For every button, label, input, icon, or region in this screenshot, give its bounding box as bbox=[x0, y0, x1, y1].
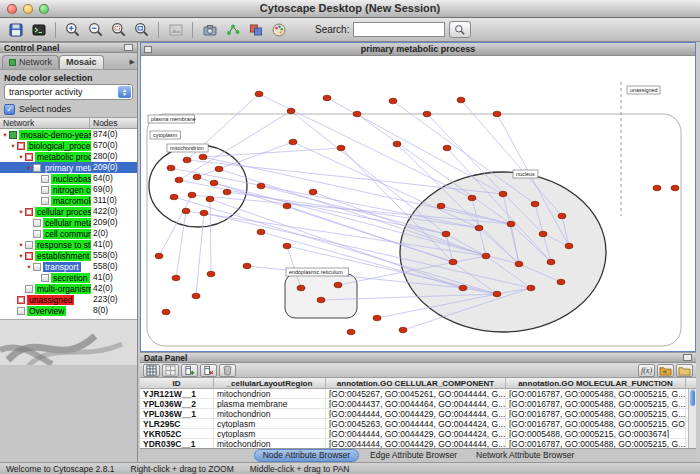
network-node[interactable] bbox=[223, 189, 231, 195]
tree-expander-icon[interactable]: ▼ bbox=[17, 154, 25, 160]
network-node[interactable] bbox=[199, 154, 207, 160]
network-node[interactable] bbox=[442, 231, 450, 237]
network-node[interactable] bbox=[210, 180, 218, 186]
network-view-titlebar[interactable]: primary metabolic process bbox=[141, 43, 695, 56]
vizmapper-button[interactable] bbox=[268, 20, 289, 40]
tab-network-attribute-browser[interactable]: Network Attribute Browser bbox=[468, 450, 582, 461]
close-window-button[interactable] bbox=[7, 4, 17, 14]
delete-attribute-button[interactable] bbox=[200, 364, 217, 377]
network-node[interactable] bbox=[334, 282, 342, 288]
search-options-button[interactable] bbox=[449, 21, 471, 38]
network-node[interactable] bbox=[167, 165, 175, 171]
tree-row[interactable]: ▼biological_process670(0) bbox=[0, 140, 137, 151]
tree-row[interactable]: macromolecule metaboli311(0) bbox=[0, 195, 137, 206]
function-builder-button[interactable]: f(x) bbox=[638, 364, 655, 377]
network-node[interactable] bbox=[297, 285, 305, 291]
network-node[interactable] bbox=[215, 166, 223, 172]
network-node[interactable] bbox=[449, 259, 457, 265]
zoom-in-button[interactable] bbox=[62, 20, 83, 40]
view-menu-icon[interactable] bbox=[144, 46, 152, 53]
tree-expander-icon[interactable]: ▼ bbox=[17, 253, 25, 259]
network-node[interactable] bbox=[499, 191, 507, 197]
network-node[interactable] bbox=[283, 203, 291, 209]
network-node[interactable] bbox=[207, 271, 215, 277]
zoom-window-button[interactable] bbox=[39, 4, 49, 14]
tree-row[interactable]: nitrogen compound meta69(0) bbox=[0, 184, 137, 195]
network-node[interactable] bbox=[531, 201, 539, 207]
tab-edge-attribute-browser[interactable]: Edge Attribute Browser bbox=[362, 450, 465, 461]
network-node[interactable] bbox=[155, 253, 163, 259]
panel-float-button[interactable] bbox=[124, 44, 133, 51]
column-header[interactable]: annotation.GO MOLECULAR_FUNCTION bbox=[506, 378, 686, 388]
console-button[interactable] bbox=[28, 20, 49, 40]
birdseye-view[interactable] bbox=[0, 319, 137, 365]
unselect-attributes-button[interactable] bbox=[162, 364, 179, 377]
network-node[interactable] bbox=[257, 183, 265, 189]
open-attribute-file-button[interactable] bbox=[676, 364, 693, 377]
network-node[interactable] bbox=[188, 192, 196, 198]
tree-row[interactable]: ▼transport558(0) bbox=[0, 261, 137, 272]
network-node[interactable] bbox=[289, 139, 297, 145]
network-node[interactable] bbox=[283, 243, 291, 249]
new-attribute-button[interactable] bbox=[181, 364, 198, 377]
select-attributes-button[interactable] bbox=[143, 364, 160, 377]
network-node[interactable] bbox=[493, 291, 501, 297]
tree-expander-icon[interactable]: ▼ bbox=[9, 143, 17, 149]
tree-expander-icon[interactable]: ▼ bbox=[17, 209, 25, 215]
tree-row[interactable]: Overview8(0) bbox=[0, 305, 137, 316]
show-graphics-details-button[interactable] bbox=[165, 20, 186, 40]
tree-row[interactable]: cellular metabolic proce209(0) bbox=[0, 217, 137, 228]
tree-expander-icon[interactable]: ▼ bbox=[17, 242, 25, 248]
network-node[interactable] bbox=[287, 108, 295, 114]
select-nodes-checkbox[interactable]: ✓ bbox=[4, 104, 15, 115]
tree-row[interactable]: ▼mosaic-demo-yeast874(0) bbox=[0, 129, 137, 140]
tree-column-nodes[interactable]: Nodes bbox=[90, 118, 137, 128]
tree-expander-icon[interactable]: ▼ bbox=[1, 132, 9, 138]
table-row[interactable]: YKR052Ccytoplasm[GO:0044444, GO:0044429,… bbox=[140, 429, 696, 439]
tree-row[interactable]: nucleobase, nucleoside, nu64(0) bbox=[0, 173, 137, 184]
network-node[interactable] bbox=[457, 97, 465, 103]
panel-float-button[interactable] bbox=[683, 354, 692, 361]
network-node[interactable] bbox=[323, 95, 331, 101]
network-node[interactable] bbox=[182, 208, 190, 214]
network-merge-button[interactable] bbox=[245, 20, 266, 40]
network-node[interactable] bbox=[565, 243, 573, 249]
table-row[interactable]: YPL036W__1mitochondrion[GO:0044444, GO:0… bbox=[140, 409, 696, 419]
network-node[interactable] bbox=[243, 263, 251, 269]
zoom-fit-button[interactable] bbox=[131, 20, 152, 40]
network-node[interactable] bbox=[206, 196, 214, 202]
network-node[interactable] bbox=[172, 275, 180, 281]
tree-row[interactable]: cell communication2(0) bbox=[0, 228, 137, 239]
tree-row[interactable]: ▼establishment of locali558(0) bbox=[0, 250, 137, 261]
tab-network[interactable]: Network bbox=[2, 55, 59, 69]
network-node[interactable] bbox=[389, 98, 397, 104]
table-row[interactable]: YJR121W__1mitochondrion[GO:0045267, GO:0… bbox=[140, 389, 696, 399]
network-node[interactable] bbox=[482, 253, 490, 259]
tree-expander-icon[interactable]: ▼ bbox=[25, 264, 33, 270]
network-canvas[interactable]: plasma membraneendoplasmic reticulummito… bbox=[141, 56, 695, 351]
network-node[interactable] bbox=[558, 213, 566, 219]
tree-row[interactable]: multi-organism proces42(0) bbox=[0, 283, 137, 294]
network-node[interactable] bbox=[337, 145, 345, 151]
network-node[interactable] bbox=[347, 329, 355, 335]
first-neighbors-button[interactable] bbox=[222, 20, 243, 40]
network-node[interactable] bbox=[671, 185, 679, 191]
tree-row[interactable]: ▼cellular process422(0) bbox=[0, 206, 137, 217]
network-node[interactable] bbox=[475, 225, 483, 231]
network-node[interactable] bbox=[353, 111, 361, 117]
save-session-button[interactable] bbox=[5, 20, 26, 40]
network-node[interactable] bbox=[547, 259, 555, 265]
attribute-dropdown[interactable]: transporter activity ▲▼ bbox=[4, 84, 133, 100]
tree-row[interactable]: ▼primary metabolic process209(0) bbox=[0, 162, 137, 173]
network-node[interactable] bbox=[192, 293, 200, 299]
network-node[interactable] bbox=[175, 177, 183, 183]
network-node[interactable] bbox=[393, 141, 401, 147]
table-row[interactable]: YLR295Ccytoplasm[GO:0045263, GO:0044444,… bbox=[140, 419, 696, 429]
network-node[interactable] bbox=[557, 279, 565, 285]
table-row[interactable]: YPL036W__2plasma membrane[GO:0044437, GO… bbox=[140, 399, 696, 409]
network-node[interactable] bbox=[468, 195, 476, 201]
tree-row[interactable]: ▼response to stimulus41(0) bbox=[0, 239, 137, 250]
network-node[interactable] bbox=[373, 315, 381, 321]
network-node[interactable] bbox=[437, 203, 445, 209]
network-node[interactable] bbox=[193, 174, 201, 180]
